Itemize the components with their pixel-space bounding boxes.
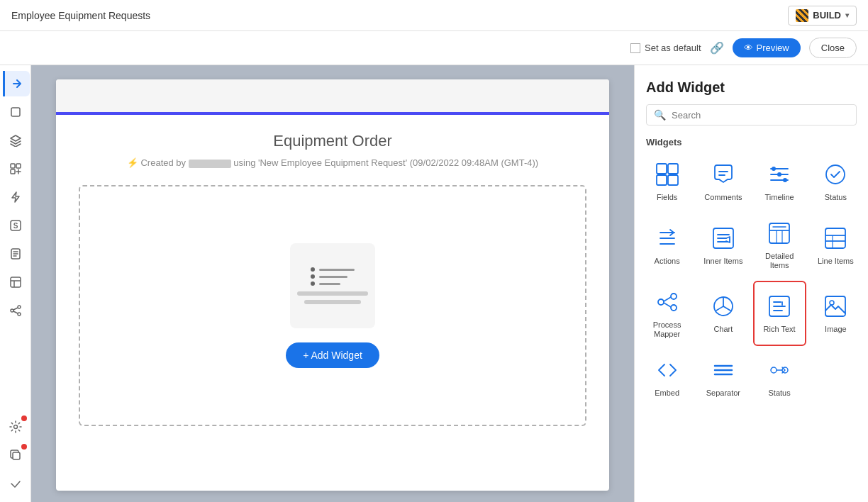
left-sidebar: S [0, 65, 31, 502]
widget-status2[interactable]: Status [753, 349, 806, 405]
canvas-header [56, 79, 609, 115]
sidebar-item-s[interactable]: S [3, 213, 28, 238]
sidebar-item-layers[interactable] [3, 128, 28, 153]
build-icon [796, 9, 808, 22]
sidebar-item-note[interactable] [3, 241, 28, 267]
sidebar-item-share[interactable] [3, 298, 28, 323]
fields-icon [653, 160, 681, 189]
detailed-items-icon [765, 219, 794, 247]
search-box[interactable]: 🔍 [646, 104, 857, 126]
svg-rect-0 [11, 108, 20, 116]
svg-point-8 [18, 306, 21, 308]
widget-separator[interactable]: Separator [696, 349, 750, 405]
widget-chart[interactable]: Chart [696, 281, 750, 346]
svg-point-31 [771, 367, 777, 373]
sidebar-item-check[interactable] [3, 471, 28, 496]
sidebar-item-box[interactable] [3, 99, 28, 125]
panel-title: Add Widget [635, 65, 868, 104]
widget-timeline[interactable]: Timeline [753, 153, 806, 209]
widget-icon-box [290, 243, 375, 328]
canvas-card: Equipment Order ⚡ Created by using 'New … [56, 79, 609, 491]
search-input[interactable] [672, 110, 849, 121]
svg-rect-7 [11, 277, 21, 287]
set-default-checkbox[interactable] [630, 43, 640, 53]
order-subtitle: ⚡ Created by using 'New Employee Equipme… [79, 157, 586, 168]
svg-rect-2 [16, 164, 21, 168]
add-widget-button[interactable]: + Add Widget [286, 342, 379, 368]
preview-button[interactable]: 👁 Preview [733, 38, 801, 57]
second-bar: Set as default 🔗 👁 Preview Close [0, 31, 868, 65]
build-badge[interactable]: BUILD ▾ [788, 6, 857, 26]
sidebar-item-table[interactable] [3, 269, 28, 295]
sidebar-item-grid-plus[interactable] [3, 156, 28, 182]
process-mapper-icon [653, 288, 681, 316]
svg-point-10 [18, 313, 21, 316]
widgets-grid: Fields Comments [635, 153, 868, 405]
separator-label: Separator [706, 389, 740, 398]
widgets-section-label: Widgets [635, 134, 868, 153]
center-canvas: Equipment Order ⚡ Created by using 'New … [31, 65, 634, 502]
comments-icon [709, 160, 738, 189]
image-icon [821, 292, 850, 320]
svg-point-26 [671, 305, 677, 311]
right-panel: Add Widget 🔍 Widgets Fields [634, 65, 868, 502]
actions-label: Actions [655, 257, 680, 266]
svg-rect-15 [657, 175, 667, 185]
svg-point-24 [658, 299, 664, 305]
rich-text-icon [765, 292, 794, 320]
svg-point-20 [826, 165, 845, 184]
widget-image[interactable]: Image [809, 281, 862, 346]
status2-label: Status [769, 389, 791, 398]
line-items-label: Line Items [818, 257, 854, 266]
app-title: Employee Equipment Requests [11, 10, 150, 21]
svg-rect-14 [668, 164, 678, 174]
chevron-down-icon: ▾ [845, 11, 849, 19]
comments-label: Comments [704, 193, 742, 202]
canvas-body: Equipment Order ⚡ Created by using 'New … [56, 115, 609, 443]
svg-rect-22 [769, 223, 789, 243]
widget-detailed-items[interactable]: Detailed Items [753, 212, 806, 277]
svg-point-30 [830, 301, 834, 305]
widget-rich-text[interactable]: Rich Text [753, 281, 806, 346]
widget-embed[interactable]: Embed [640, 349, 694, 405]
actions-icon [653, 224, 681, 252]
svg-point-19 [783, 178, 787, 182]
svg-point-18 [777, 172, 781, 177]
sidebar-item-copy[interactable] [3, 442, 28, 468]
sidebar-item-lightning[interactable] [3, 184, 28, 210]
set-default-label: Set as default [645, 43, 701, 53]
inner-items-icon [709, 224, 738, 252]
widget-status[interactable]: Status [809, 153, 862, 209]
widget-inner-items[interactable]: Inner Items [696, 212, 750, 277]
set-default-area: Set as default [630, 43, 701, 53]
chart-icon [709, 292, 738, 320]
widget-placeholder: + Add Widget [79, 185, 586, 426]
widget-process-mapper[interactable]: Process Mapper [640, 281, 694, 346]
svg-rect-16 [668, 175, 678, 185]
widget-line-items[interactable]: Line Items [809, 212, 862, 277]
svg-text:S: S [13, 222, 18, 230]
widget-comments[interactable]: Comments [696, 153, 750, 209]
top-bar-right: BUILD ▾ [788, 6, 857, 26]
close-button[interactable]: Close [809, 38, 857, 58]
status-icon [821, 160, 850, 189]
svg-rect-3 [11, 169, 15, 174]
chart-label: Chart [713, 325, 733, 334]
fields-label: Fields [657, 193, 677, 202]
detailed-items-label: Detailed Items [756, 252, 803, 270]
widget-actions[interactable]: Actions [640, 212, 694, 277]
timeline-label: Timeline [765, 193, 794, 202]
widget-fields[interactable]: Fields [640, 153, 694, 209]
line-items-icon [821, 224, 850, 252]
embed-label: Embed [655, 389, 679, 398]
status2-icon [765, 356, 794, 384]
sidebar-item-settings[interactable] [3, 414, 28, 440]
main-layout: S Equipment Order ⚡ [0, 65, 868, 502]
order-title: Equipment Order [79, 132, 586, 150]
svg-rect-13 [657, 164, 667, 174]
eye-icon: 👁 [744, 43, 753, 53]
svg-point-11 [13, 425, 17, 429]
sidebar-item-nav[interactable] [3, 71, 30, 96]
link-icon[interactable]: 🔗 [710, 41, 724, 55]
search-icon: 🔍 [654, 109, 666, 121]
